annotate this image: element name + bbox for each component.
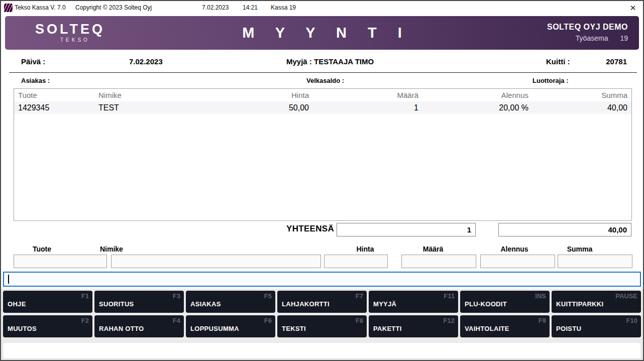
entry-label-hinta: Hinta: [357, 245, 374, 253]
teksti-button[interactable]: F8 TEKSTI: [277, 315, 367, 337]
separator-line: [9, 72, 637, 73]
fkey-label: INS: [535, 292, 546, 300]
entry-label-maara: Määrä: [423, 245, 443, 253]
fkey-label: F1: [81, 292, 89, 300]
alennus-field[interactable]: [480, 255, 555, 268]
ohje-button[interactable]: F1 OHJE: [3, 291, 92, 313]
seller-line: Myyjä : TESTAAJA TIMO: [286, 57, 374, 66]
fkey-label: F5: [264, 292, 272, 300]
sales-grid: Tuote Nimike Hinta Määrä Alennus Summa 1…: [14, 88, 632, 221]
titlebar-time: 14:21: [243, 4, 258, 11]
loppusumma-button[interactable]: F6 LOPPUSUMMA: [186, 315, 275, 337]
receipt-value: 20781: [584, 57, 627, 66]
total-quantity-box: 1: [337, 223, 476, 236]
total-sum-box: 40,00: [498, 223, 631, 236]
myyja-button[interactable]: F11 MYYJÄ: [369, 291, 458, 313]
col-header-hinta: Hinta: [220, 91, 313, 99]
close-icon[interactable]: ✕: [627, 3, 639, 14]
workstation-label: Työasema: [576, 34, 608, 42]
app-header: SOLTEQ TEKSO M Y Y N T I SOLTEQ OYJ DEMO…: [5, 16, 639, 50]
nimike-field[interactable]: [111, 255, 321, 268]
fkey-label: F9: [539, 317, 546, 324]
workstation-value: 19: [620, 34, 628, 42]
fkey-label: F3: [173, 292, 180, 300]
kuittiparkki-button[interactable]: PAUSE KUITTIPARKKI: [552, 291, 641, 313]
button-label: PAKETTI: [373, 325, 402, 332]
text-cursor: [8, 275, 9, 284]
fkey-label: F8: [356, 317, 363, 324]
button-label: MUUTOS: [8, 325, 37, 332]
status-bar: [4, 343, 640, 358]
function-button-grid: F1 OHJE F3 SUORITUS F5 ASIAKAS F7 LAHJAK…: [3, 291, 641, 337]
col-header-maara: Määrä: [313, 91, 422, 99]
button-label: VAIHTOLAITE: [465, 325, 509, 332]
fkey-label: PAUSE: [615, 292, 637, 300]
fkey-label: F2: [81, 317, 89, 324]
app-logo-icon: [4, 4, 13, 12]
command-input[interactable]: [4, 273, 640, 286]
maara-field[interactable]: [401, 255, 476, 268]
command-input-wrap: [3, 272, 641, 287]
fkey-label: F6: [264, 317, 272, 324]
cell-alennus: 20,00 %: [422, 103, 532, 112]
app-title: Tekso Kassa V. 7.0: [15, 4, 66, 11]
rahan-otto-button[interactable]: F4 RAHAN OTTO: [94, 315, 184, 337]
button-label: ASIAKAS: [190, 300, 221, 308]
titlebar: Tekso Kassa V. 7.0 Copyright © 2023 Solt…: [1, 1, 643, 15]
fkey-label: F11: [444, 292, 455, 300]
hinta-field[interactable]: [324, 255, 388, 268]
header-right-block: SOLTEQ OYJ DEMO Työasema19: [547, 23, 628, 42]
company-name: SOLTEQ OYJ DEMO: [547, 23, 628, 32]
plu-koodit-button[interactable]: INS PLU-KOODIT: [460, 291, 550, 313]
entry-label-summa: Summa: [567, 245, 593, 253]
entry-label-tuote: Tuote: [33, 245, 51, 253]
button-label: OHJE: [8, 300, 26, 308]
fkey-label: F10: [626, 317, 637, 324]
receipt-label: Kuitti :: [546, 57, 570, 66]
asiakas-button[interactable]: F5 ASIAKAS: [186, 291, 275, 313]
fkey-label: F4: [173, 317, 180, 324]
cell-hinta: 50,00: [220, 103, 313, 112]
col-header-nimike: Nimike: [94, 91, 220, 99]
button-label: POISTU: [556, 325, 581, 332]
col-header-alennus: Alennus: [422, 91, 532, 99]
table-row[interactable]: 1429345 TEST 50,00 1 20,00 % 40,00: [14, 101, 631, 114]
page-title: M Y Y N T I: [5, 25, 639, 41]
col-header-summa: Summa: [532, 91, 631, 99]
button-label: MYYJÄ: [373, 300, 396, 308]
vaihtolaite-button[interactable]: F9 VAIHTOLAITE: [460, 315, 550, 337]
col-header-tuote: Tuote: [14, 91, 94, 99]
suoritus-button[interactable]: F3 SUORITUS: [94, 291, 184, 313]
poistu-button[interactable]: F10 POISTU: [552, 315, 641, 337]
titlebar-register: Kassa 19: [271, 4, 296, 11]
fkey-label: F12: [444, 317, 455, 324]
button-label: LAHJAKORTTI: [282, 300, 330, 308]
credit-limit-label: Luottoraja :: [532, 77, 569, 84]
pos-window: Tekso Kassa V. 7.0 Copyright © 2023 Solt…: [0, 0, 644, 361]
seller-value: TESTAAJA TIMO: [314, 57, 374, 66]
lahjakortti-button[interactable]: F7 LAHJAKORTTI: [277, 291, 367, 313]
debt-balance-label: Velkasaldo :: [306, 77, 344, 84]
button-label: TEKSTI: [282, 325, 306, 332]
cell-maara: 1: [313, 103, 422, 112]
total-label: YHTEENSÄ: [276, 224, 334, 234]
cell-nimike: TEST: [94, 103, 220, 112]
button-label: PLU-KOODIT: [465, 300, 507, 308]
entry-label-nimike: Nimike: [100, 245, 123, 253]
copyright-text: Copyright © 2023 Solteq Oyj: [75, 4, 152, 11]
button-label: LOPPUSUMMA: [190, 325, 239, 332]
fkey-label: F7: [356, 292, 363, 300]
date-label: Päivä :: [21, 57, 45, 66]
seller-label: Myyjä :: [286, 57, 312, 66]
cell-tuote: 1429345: [14, 103, 94, 112]
summa-field[interactable]: [558, 255, 632, 268]
button-label: KUITTIPARKKI: [556, 300, 603, 308]
customer-label: Asiakas :: [21, 77, 50, 84]
cell-summa: 40,00: [532, 103, 631, 112]
tuote-field[interactable]: [14, 255, 107, 268]
titlebar-date: 7.02.2023: [202, 4, 229, 11]
button-label: SUORITUS: [99, 300, 134, 308]
paketti-button[interactable]: F12 PAKETTI: [369, 315, 458, 337]
muutos-button[interactable]: F2 MUUTOS: [3, 315, 92, 337]
entry-label-alennus: Alennus: [500, 245, 528, 253]
